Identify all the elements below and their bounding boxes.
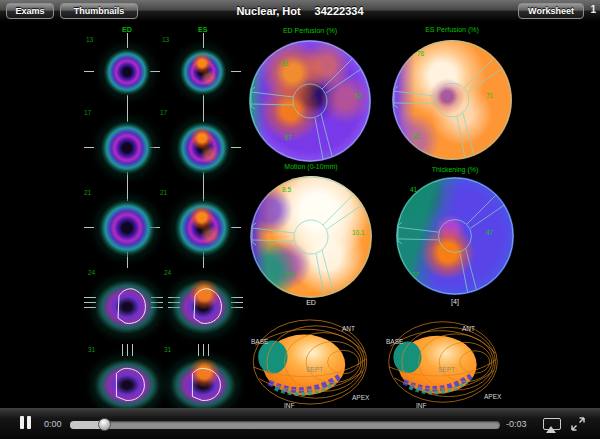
caliper-mark [203,33,204,48]
slice-number: 24 [88,269,95,276]
spect-slice-es [176,121,230,175]
slice-number: 17 [160,109,167,116]
slice-number: 13 [162,36,169,43]
caliper-mark [127,33,128,48]
elapsed-time: 0:00 [44,419,62,429]
study-id: 34222334 [315,5,364,17]
mesh-label-ant: ANT [342,325,355,332]
polar-map-ed-perfusion [249,40,371,162]
spect-slice-es [170,359,236,411]
segment-value: 37 [412,271,419,278]
segment-value: 67 [285,134,292,141]
slice-number: 13 [86,36,93,43]
polar-map-es-perfusion [392,40,512,160]
mesh-label-base: BASE [386,338,403,345]
patient-name: Nuclear, Hot [236,5,300,17]
caliper-mark [84,147,94,148]
mesh-label-apex: APEX [484,393,501,400]
polar-title-thickening: Thickening (%) [396,166,514,173]
playback-bar: 0:00 -0:03 [0,408,600,439]
slice-number: 31 [88,346,95,353]
caliper-mark [84,71,94,72]
frame-caption-4: [4] [396,298,514,305]
segment-value: 8.5 [282,186,291,193]
slice-number: 17 [84,109,91,116]
spect-slice-ed [94,359,160,411]
slice-number: 24 [164,269,171,276]
column-header-ed: ED [122,26,132,33]
page-indicator: 1 [590,4,596,15]
airplay-icon[interactable] [543,418,561,430]
polar-title-ed-perfusion: ED Perfusion (%) [249,27,371,34]
caliper-mark [84,227,94,228]
segment-value: 71 [486,92,493,99]
spect-slice-es [174,199,232,257]
mesh-label-apex: APEX [352,394,369,401]
window-title: Nuclear, Hot34222334 [0,0,600,22]
pause-button[interactable] [20,416,32,429]
polar-map-motion [250,176,372,298]
fullscreen-icon[interactable] [570,416,586,432]
caliper-mark [198,344,209,356]
mesh-label-sept: SEPT [306,366,323,373]
worksheet-button[interactable]: Worksheet [518,3,584,19]
caliper-mark [231,227,241,228]
caliper-mark [203,108,204,122]
spect-slice-ed [100,121,154,175]
mesh-label-ant: ANT [462,325,475,332]
segment-value: 93 [281,60,288,67]
segment-value: 76 [417,50,424,57]
segment-value: 6.9 [286,271,295,278]
column-header-es: ES [198,26,207,33]
segment-value: 47 [486,229,493,236]
slice-number: 21 [84,189,91,196]
app-window: Exams Thumbnails Nuclear, Hot34222334 Wo… [0,0,600,439]
seek-slider[interactable] [70,421,500,429]
slice-number: 21 [160,189,167,196]
segment-value: 41 [410,186,417,193]
frame-caption-ed: ED [250,299,372,306]
spect-slice-es [171,280,235,334]
segment-value: 10.1 [352,229,365,236]
mesh-label-sept: SEPT [438,366,455,373]
slice-number: 31 [164,346,171,353]
pause-icon [20,416,24,429]
caliper-mark [150,71,160,72]
caliper-mark [231,71,241,72]
caliper-mark [122,344,133,356]
caliper-mark [127,108,128,122]
polar-title-es-perfusion: ES Perfusion (%) [392,26,512,33]
spect-slice-ed [98,199,156,257]
segment-value: 62 [355,92,362,99]
spect-slice-ed [95,280,159,334]
spect-slice-es [179,48,227,96]
remaining-time: -0:03 [506,419,527,429]
pause-icon [27,416,31,429]
spect-slice-ed [103,48,151,96]
top-toolbar: Exams Thumbnails Nuclear, Hot34222334 Wo… [0,0,600,23]
polar-title-motion: Motion (0-10mm) [250,163,372,170]
mesh-label-base: BASE [251,338,268,345]
seek-slider-thumb[interactable] [98,418,111,431]
segment-value: 82 [413,133,420,140]
caliper-mark [231,147,241,148]
